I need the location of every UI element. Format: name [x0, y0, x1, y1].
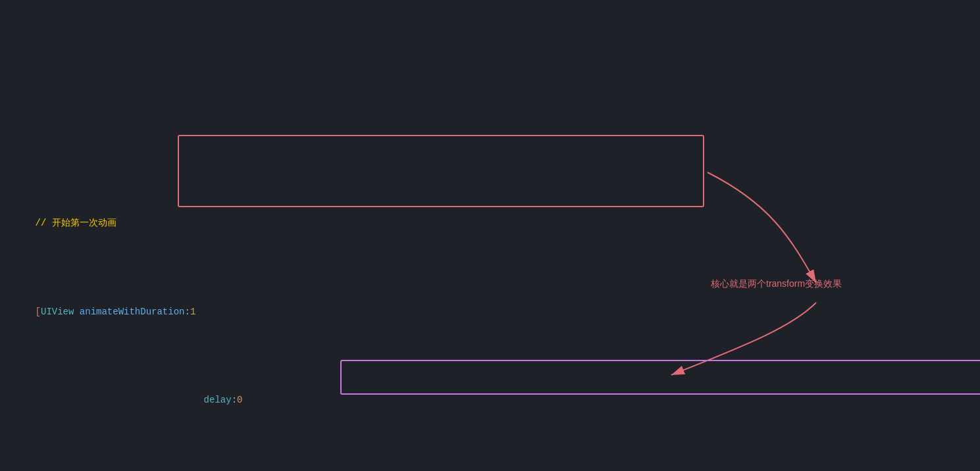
highlight-box-1: [178, 135, 704, 207]
code-line-1: [UIView animateWithDuration:1: [13, 289, 967, 334]
code-line-3: usingSpringWithDamping:7: [13, 466, 967, 471]
comment1: // 开始第一次动画: [36, 218, 116, 228]
annotation-text: 核心就是两个transform变换效果: [711, 276, 842, 291]
code-line-comment1: // 开始第一次动画: [13, 201, 967, 245]
code-line-2: delay:0: [13, 378, 967, 422]
code-container: 核心就是两个transform变换效果 // 开始第一次动画 [UIView a…: [13, 7, 967, 471]
